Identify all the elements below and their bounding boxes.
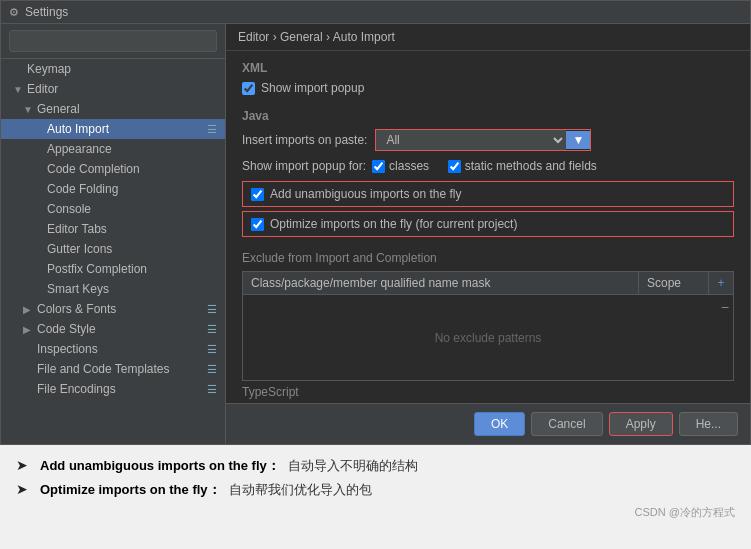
sidebar-item-label: Postfix Completion: [47, 262, 147, 276]
breadcrumb: Editor › General › Auto Import: [226, 24, 750, 51]
item-badge: ☰: [207, 323, 217, 336]
remove-exclude-button[interactable]: −: [721, 299, 729, 315]
sidebar-item-code-folding[interactable]: Code Folding: [1, 179, 225, 199]
arrow-down-icon: [23, 104, 33, 115]
sidebar-item-label: Code Folding: [47, 182, 118, 196]
classes-checkbox-group: classes: [372, 159, 429, 173]
sidebar-item-general[interactable]: General: [1, 99, 225, 119]
sidebar: Keymap Editor General Auto Import ☰ Appe: [1, 24, 226, 444]
sidebar-item-label: File and Code Templates: [37, 362, 170, 376]
sidebar-item-code-style[interactable]: Code Style ☰: [1, 319, 225, 339]
java-label: Java: [242, 109, 734, 123]
annotation-row-1: ➤ Add unambiguous imports on the fly： 自动…: [16, 457, 735, 475]
sidebar-item-label: Code Completion: [47, 162, 140, 176]
cancel-button[interactable]: Cancel: [531, 412, 602, 436]
sidebar-item-code-completion[interactable]: Code Completion: [1, 159, 225, 179]
typescript-label: TypeScript: [242, 385, 734, 399]
sidebar-item-label: Inspections: [37, 342, 98, 356]
insert-imports-select[interactable]: All Ask None: [376, 130, 566, 150]
sidebar-item-editor[interactable]: Editor: [1, 79, 225, 99]
sidebar-item-label: Auto Import: [47, 122, 109, 136]
item-badge: ☰: [207, 123, 217, 136]
classes-label: classes: [389, 159, 429, 173]
sidebar-item-label: Code Style: [37, 322, 96, 336]
sidebar-item-smart-keys[interactable]: Smart Keys: [1, 279, 225, 299]
main-content-area: Editor › General › Auto Import XML Show …: [226, 24, 750, 444]
show-popup-for-label: Show import popup for:: [242, 159, 366, 173]
sidebar-item-label: Editor: [27, 82, 58, 96]
add-unambiguous-label: Add unambiguous imports on the fly: [270, 187, 461, 201]
exclude-section: Exclude from Import and Completion Class…: [242, 251, 734, 381]
sidebar-item-label: Appearance: [47, 142, 112, 156]
xml-label: XML: [242, 61, 734, 75]
item-badge: ☰: [207, 363, 217, 376]
java-section: Java Insert imports on paste: All Ask No…: [242, 109, 734, 237]
exclude-title: Exclude from Import and Completion: [242, 251, 734, 265]
item-badge: ☰: [207, 383, 217, 396]
sidebar-item-file-encodings[interactable]: File Encodings ☰: [1, 379, 225, 399]
annotation-cn-2: 自动帮我们优化导入的包: [229, 481, 372, 499]
sidebar-item-label: Smart Keys: [47, 282, 109, 296]
table-body: No exclude patterns −: [243, 295, 733, 380]
sidebar-item-auto-import[interactable]: Auto Import ☰: [1, 119, 225, 139]
sidebar-item-postfix-completion[interactable]: Postfix Completion: [1, 259, 225, 279]
annotation-row-2: ➤ Optimize imports on the fly： 自动帮我们优化导入…: [16, 481, 735, 499]
arrow-right-icon: [23, 304, 33, 315]
add-exclude-button[interactable]: +: [709, 272, 733, 294]
insert-imports-row: Insert imports on paste: All Ask None ▼: [242, 129, 734, 151]
ok-button[interactable]: OK: [474, 412, 525, 436]
sidebar-item-file-code-templates[interactable]: File and Code Templates ☰: [1, 359, 225, 379]
sidebar-item-label: Colors & Fonts: [37, 302, 116, 316]
annotation-cn-1: 自动导入不明确的结构: [288, 457, 418, 475]
sidebar-item-gutter-icons[interactable]: Gutter Icons: [1, 239, 225, 259]
classes-checkbox[interactable]: [372, 160, 385, 173]
sidebar-item-console[interactable]: Console: [1, 199, 225, 219]
sidebar-item-keymap[interactable]: Keymap: [1, 59, 225, 79]
annotation-en-1: Add unambiguous imports on the fly：: [40, 457, 280, 475]
insert-imports-label: Insert imports on paste:: [242, 133, 367, 147]
insert-select-wrapper: All Ask None ▼: [375, 129, 591, 151]
col-scope-header: Scope: [639, 272, 709, 294]
optimize-imports-label: Optimize imports on the fly (for current…: [270, 217, 517, 231]
sidebar-item-editor-tabs[interactable]: Editor Tabs: [1, 219, 225, 239]
sidebar-item-label: Editor Tabs: [47, 222, 107, 236]
sidebar-item-colors-fonts[interactable]: Colors & Fonts ☰: [1, 299, 225, 319]
sidebar-item-appearance[interactable]: Appearance: [1, 139, 225, 159]
show-import-popup-row: Show import popup: [242, 81, 734, 95]
watermark: CSDN @冷的方程式: [16, 505, 735, 520]
sidebar-item-label: Keymap: [27, 62, 71, 76]
settings-body: Keymap Editor General Auto Import ☰ Appe: [1, 24, 750, 444]
sidebar-item-inspections[interactable]: Inspections ☰: [1, 339, 225, 359]
optimize-imports-checkbox[interactable]: [251, 218, 264, 231]
static-methods-checkbox[interactable]: [448, 160, 461, 173]
titlebar: ⚙ Settings: [1, 1, 750, 24]
add-unambiguous-row: Add unambiguous imports on the fly: [242, 181, 734, 207]
settings-icon: ⚙: [9, 6, 19, 19]
table-header: Class/package/member qualified name mask…: [243, 272, 733, 295]
dropdown-arrow-button[interactable]: ▼: [566, 131, 590, 149]
sidebar-item-label: Console: [47, 202, 91, 216]
sidebar-item-label: General: [37, 102, 80, 116]
arrow-symbol-1: ➤: [16, 457, 32, 473]
help-button[interactable]: He...: [679, 412, 738, 436]
arrow-right-icon: [23, 324, 33, 335]
window-title: Settings: [25, 5, 68, 19]
annotation-area: ➤ Add unambiguous imports on the fly： 自动…: [0, 445, 751, 532]
footer: OK Cancel Apply He...: [226, 403, 750, 444]
settings-window: ⚙ Settings Keymap Editor General: [0, 0, 751, 445]
sidebar-item-label: File Encodings: [37, 382, 116, 396]
sidebar-item-label: Gutter Icons: [47, 242, 112, 256]
item-badge: ☰: [207, 303, 217, 316]
arrow-symbol-2: ➤: [16, 481, 32, 497]
item-badge: ☰: [207, 343, 217, 356]
apply-button[interactable]: Apply: [609, 412, 673, 436]
search-bar[interactable]: [1, 24, 225, 59]
col-name-header: Class/package/member qualified name mask: [243, 272, 639, 294]
main-content: XML Show import popup Java Insert import…: [226, 51, 750, 403]
search-input[interactable]: [9, 30, 217, 52]
add-unambiguous-checkbox[interactable]: [251, 188, 264, 201]
arrow-down-icon: [13, 84, 23, 95]
show-import-popup-checkbox[interactable]: [242, 82, 255, 95]
static-methods-label: static methods and fields: [465, 159, 597, 173]
exclude-table: Class/package/member qualified name mask…: [242, 271, 734, 381]
